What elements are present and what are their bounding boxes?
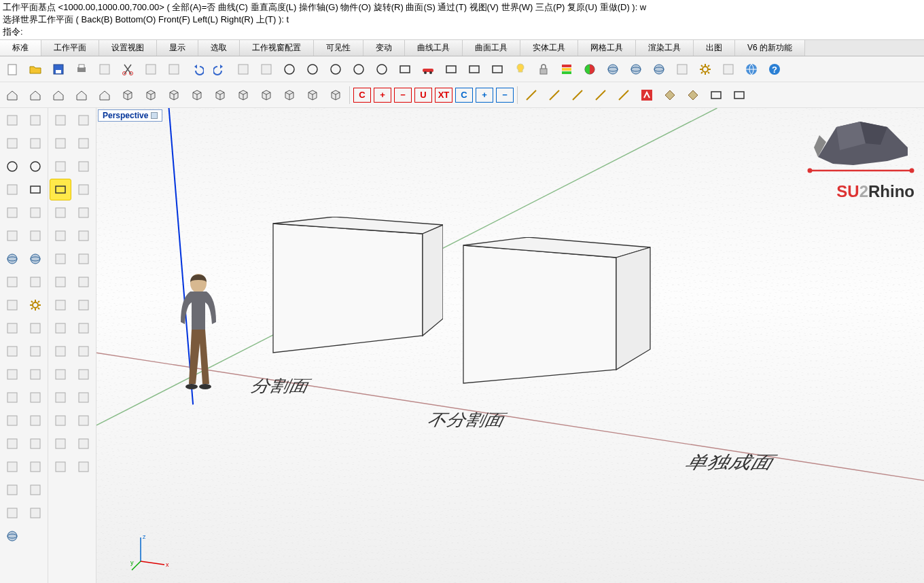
scale-icon[interactable] <box>50 410 71 431</box>
viewport-label[interactable]: Perspective <box>98 109 162 122</box>
move-icon[interactable] <box>1 294 23 316</box>
arc-icon[interactable] <box>24 132 46 154</box>
tab-12[interactable]: 渲染工具 <box>636 40 694 56</box>
box-C[interactable]: C <box>455 88 473 103</box>
circle-icon[interactable] <box>1 156 23 177</box>
open-icon[interactable] <box>24 58 46 80</box>
hex-icon[interactable] <box>73 109 94 131</box>
cplane-frame-icon[interactable] <box>440 58 462 80</box>
box-U[interactable]: U <box>414 88 432 103</box>
diamond1-icon[interactable] <box>659 84 681 106</box>
hand-icon[interactable] <box>73 387 94 408</box>
tab-9[interactable]: 曲面工具 <box>463 40 520 56</box>
ellipse-icon[interactable] <box>24 156 46 177</box>
house2-icon[interactable] <box>24 84 46 106</box>
copy-doc-icon[interactable] <box>94 58 116 80</box>
tab-6[interactable]: 可见性 <box>314 40 363 56</box>
lightbulb-icon[interactable] <box>510 58 531 80</box>
blend2-icon[interactable] <box>1 364 23 385</box>
rotate3d-icon[interactable] <box>50 387 71 408</box>
line5-icon[interactable] <box>613 84 635 106</box>
spline-icon[interactable] <box>1 132 23 154</box>
grip1-icon[interactable] <box>24 410 46 431</box>
sphere1-icon[interactable] <box>1 248 23 270</box>
pan2-icon[interactable] <box>73 410 94 431</box>
tab-4[interactable]: 选取 <box>198 40 240 56</box>
cut-icon[interactable] <box>117 58 139 80</box>
flash-icon[interactable] <box>1 317 23 339</box>
box6-icon[interactable] <box>232 84 254 106</box>
curve-edit2-icon[interactable] <box>1 387 23 408</box>
tab-3[interactable]: 显示 <box>157 40 198 56</box>
line3-icon[interactable] <box>567 84 588 106</box>
tab-11[interactable]: 网格工具 <box>578 40 636 56</box>
box10-icon[interactable] <box>325 84 346 106</box>
shape1-icon[interactable] <box>50 225 71 247</box>
tab-8[interactable]: 曲线工具 <box>405 40 463 56</box>
print-icon[interactable] <box>71 58 92 80</box>
house1-icon[interactable] <box>1 84 23 106</box>
loop2-icon[interactable] <box>73 248 94 270</box>
line1-icon[interactable] <box>520 84 542 106</box>
tab-10[interactable]: 实体工具 <box>520 40 578 56</box>
grid-tool-icon[interactable] <box>1 479 23 501</box>
pen-tool-icon[interactable] <box>671 58 693 80</box>
tab-0[interactable]: 标准 <box>0 40 41 56</box>
pt-icon[interactable] <box>1 225 23 247</box>
redo-icon[interactable] <box>209 58 231 80</box>
zoom-in-icon[interactable] <box>279 58 300 80</box>
house5-icon[interactable] <box>94 84 116 106</box>
measure-icon[interactable] <box>717 58 739 80</box>
viewport[interactable]: Perspective <box>96 108 924 583</box>
patch-icon[interactable] <box>705 84 727 106</box>
box4-icon[interactable] <box>186 84 208 106</box>
help-icon[interactable]: ? <box>764 58 785 80</box>
cube-icon[interactable] <box>50 433 71 455</box>
poly2-icon[interactable] <box>73 202 94 224</box>
pan-icon[interactable] <box>232 58 254 80</box>
check-icon[interactable] <box>1 502 23 524</box>
eye-icon[interactable] <box>73 456 94 478</box>
sel2-icon[interactable] <box>73 317 94 339</box>
bend1-icon[interactable] <box>24 317 46 339</box>
layers-icon[interactable] <box>556 58 578 80</box>
axis-icon[interactable] <box>50 364 71 385</box>
cplane-world-icon[interactable] <box>486 58 508 80</box>
box-+[interactable]: + <box>476 88 493 103</box>
rot2-icon[interactable] <box>73 271 94 293</box>
cyl1-icon[interactable] <box>1 271 23 293</box>
sel1-icon[interactable] <box>50 317 71 339</box>
square-icon[interactable] <box>728 84 750 106</box>
tab-1[interactable]: 工作平面 <box>41 40 99 56</box>
render-metal-icon[interactable] <box>625 58 647 80</box>
knife-icon[interactable] <box>73 294 94 316</box>
brush-icon[interactable] <box>50 132 71 154</box>
su-icon[interactable] <box>636 84 658 106</box>
spiral-icon[interactable] <box>50 340 71 362</box>
render-glass-icon[interactable] <box>648 58 670 80</box>
line2-icon[interactable] <box>544 84 565 106</box>
mesh-icon[interactable] <box>24 456 46 478</box>
polygon2-icon[interactable] <box>24 202 46 224</box>
paste-icon[interactable] <box>163 58 185 80</box>
tab-14[interactable]: V6 的新功能 <box>735 40 805 56</box>
grip2-icon[interactable] <box>1 433 23 455</box>
arrow-icon[interactable] <box>50 109 71 131</box>
human-icon[interactable] <box>73 433 94 455</box>
new-icon[interactable] <box>1 58 23 80</box>
box8-icon[interactable] <box>279 84 300 106</box>
box-+[interactable]: + <box>374 88 391 103</box>
box7-icon[interactable] <box>255 84 277 106</box>
globe-icon[interactable] <box>741 58 762 80</box>
copy-icon[interactable] <box>140 58 162 80</box>
box-XT[interactable]: XT <box>435 88 452 103</box>
box-C[interactable]: C <box>353 88 371 103</box>
lasso-icon[interactable] <box>24 109 46 131</box>
curve-edit1-icon[interactable] <box>24 364 46 385</box>
eraser-icon[interactable] <box>73 132 94 154</box>
rotate-view-icon[interactable] <box>255 58 277 80</box>
save-icon[interactable] <box>48 58 69 80</box>
gear-icon[interactable] <box>694 58 716 80</box>
callout-icon[interactable] <box>73 340 94 362</box>
rect-h-icon[interactable] <box>50 179 71 200</box>
